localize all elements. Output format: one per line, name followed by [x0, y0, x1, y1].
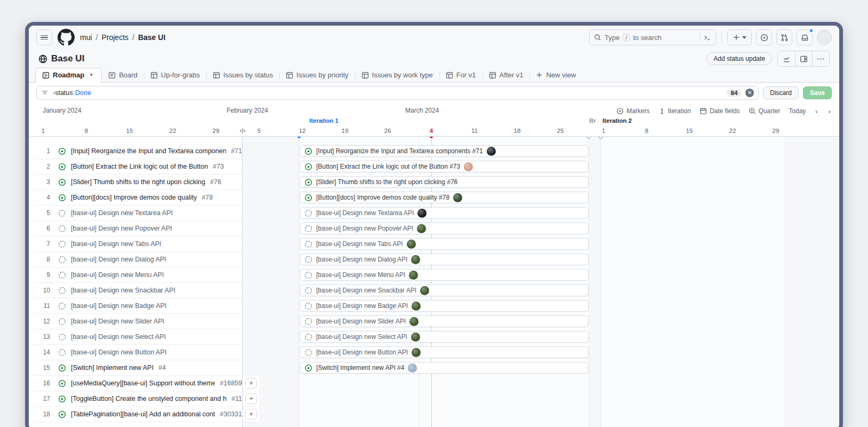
search-input[interactable]: Type / to search — [589, 29, 716, 45]
item-title[interactable]: [Switch] Implement new API — [71, 364, 154, 371]
table-row[interactable]: 2 [Button] Extract the Link logic out of… — [34, 159, 242, 175]
gantt-bar[interactable]: [base-ui] Design new Dialog API — [300, 254, 589, 265]
prev-page-chevron[interactable]: ‹ — [814, 107, 818, 115]
table-row[interactable]: 17 [ToggleButton] Create the unstyled co… — [34, 391, 242, 407]
window-frame: mui / Projects / Base UI Type / to searc… — [25, 22, 843, 427]
tab-roadmap[interactable]: Roadmap▼ — [35, 68, 102, 83]
table-row[interactable]: 16 [useMediaQuery][base-ui] Support with… — [34, 376, 242, 391]
gantt-bar[interactable]: [Slider] Thumb shifts to the right upon … — [300, 176, 589, 188]
item-title[interactable]: [base-ui] Design new Popover API — [71, 225, 172, 232]
gantt-bar[interactable]: [base-ui] Design new Button API — [300, 346, 589, 358]
item-title[interactable]: [base-ui] Design new Button API — [71, 349, 166, 356]
table-row[interactable]: 10 [base-ui] Design new Snackbar API — [34, 283, 242, 298]
table-row[interactable]: 8 [base-ui] Design new Dialog API — [34, 252, 242, 267]
tab-issues-by-priority[interactable]: Issues by priority — [279, 68, 355, 82]
issue-open-icon — [304, 364, 312, 372]
item-title[interactable]: [base-ui] Design new Badge API — [71, 302, 166, 310]
view-actions-group — [777, 51, 830, 67]
issue-open-icon — [58, 163, 66, 171]
table-row[interactable]: 1 [Input] Reorganize the Input and Texta… — [34, 144, 242, 159]
user-avatar[interactable] — [817, 30, 832, 45]
clear-filter-icon[interactable]: ✕ — [745, 89, 754, 97]
table-row[interactable]: 13 [base-ui] Design new Select API — [34, 329, 242, 345]
tab-up-for-grabs[interactable]: Up-for-grabs — [144, 68, 206, 82]
table-row[interactable]: 14 [base-ui] Design new Button API — [34, 345, 242, 360]
gantt-bar[interactable]: [base-ui] Design new Menu API — [300, 269, 589, 281]
table-row[interactable]: 9 [base-ui] Design new Menu API — [34, 267, 242, 283]
gantt-bar[interactable]: [base-ui] Design new Select API — [300, 331, 589, 343]
next-page-chevron[interactable]: › — [827, 107, 832, 115]
table-row[interactable]: 15 [Switch] Implement new API #4 — [34, 360, 242, 376]
new-view-tab[interactable]: New view — [529, 68, 582, 82]
command-palette-icon[interactable] — [703, 34, 711, 42]
filter-input[interactable]: -status:Done 84 ✕ — [36, 86, 759, 100]
filter-query-prefix: -status: — [53, 89, 75, 97]
issues-icon-button[interactable] — [756, 29, 772, 45]
add-status-update-button[interactable]: Add status update — [706, 52, 772, 65]
item-title[interactable]: [base-ui] Design new Select API — [71, 333, 166, 341]
gantt-bar[interactable]: [base-ui] Design new Snackbar API — [300, 284, 589, 296]
gantt-bar[interactable]: [Input] Reorganize the Input and Textare… — [300, 145, 589, 157]
inbox-icon-button[interactable] — [797, 29, 813, 45]
item-title[interactable]: [ToggleButton] Create the unstyled compo… — [71, 395, 227, 402]
gantt-bar[interactable]: [base-ui] Design new Tabs API — [300, 238, 589, 250]
breadcrumb-project[interactable]: Base UI — [138, 33, 165, 42]
add-date-button[interactable]: + — [245, 378, 257, 389]
control-iteration[interactable]: Iteration — [658, 107, 691, 115]
insights-chart-icon[interactable] — [778, 51, 795, 66]
control-date-fields[interactable]: Date fields — [700, 107, 740, 115]
pull-requests-icon-button[interactable] — [776, 29, 792, 45]
table-row[interactable]: 11 [base-ui] Design new Badge API — [34, 298, 242, 314]
table-row[interactable]: 7 [base-ui] Design new Tabs API — [34, 236, 242, 252]
control-today[interactable]: Today — [789, 107, 806, 115]
tab-for-v1[interactable]: For v1 — [439, 68, 483, 82]
item-title[interactable]: [TablePagination][base-ui] Add an additi… — [71, 410, 215, 418]
table-row[interactable]: 12 [base-ui] Design new Slider API — [34, 314, 242, 329]
table-icon — [489, 72, 496, 79]
item-title[interactable]: [Slider] Thumb shifts to the right upon … — [71, 178, 205, 186]
breadcrumb-section[interactable]: Projects — [101, 33, 128, 42]
side-panel-icon[interactable] — [795, 51, 812, 66]
add-date-button[interactable]: + — [245, 409, 257, 420]
item-title[interactable]: [Button] Extract the Link logic out of t… — [71, 163, 208, 170]
item-title[interactable]: [base-ui] Design new Dialog API — [71, 256, 166, 263]
item-title[interactable]: [Input] Reorganize the Input and Textare… — [71, 147, 226, 155]
breadcrumb-org[interactable]: mui — [80, 33, 92, 42]
item-title[interactable]: [base-ui] Design new Slider API — [71, 318, 164, 325]
discard-button[interactable]: Discard — [763, 86, 799, 99]
tab-options-caret-icon[interactable]: ▼ — [87, 72, 95, 78]
item-title[interactable]: [base-ui] Design new Tabs API — [71, 240, 161, 248]
gantt-bar[interactable]: [base-ui] Design new Popover API — [300, 223, 589, 234]
tab-after-v1[interactable]: After v1 — [483, 68, 530, 82]
control-markers[interactable]: Markers — [616, 107, 649, 115]
save-button[interactable]: Save — [803, 86, 832, 99]
github-logo-icon[interactable] — [58, 29, 75, 46]
add-date-button[interactable]: + — [245, 393, 257, 404]
gantt-bar[interactable]: [base-ui] Design new Slider API — [300, 315, 589, 327]
gantt-bar[interactable]: [base-ui] Design new Badge API — [300, 300, 589, 312]
gantt-bar[interactable]: [base-ui] Design new Textarea API — [300, 207, 589, 219]
gantt-bar[interactable]: [Switch] Implement new API #4 — [300, 362, 589, 374]
item-title[interactable]: [base-ui] Design new Textarea API — [71, 209, 173, 217]
header-divider — [721, 32, 722, 43]
table-row[interactable]: 6 [base-ui] Design new Popover API — [34, 221, 242, 236]
table-row[interactable]: 3 [Slider] Thumb shifts to the right upo… — [34, 175, 242, 190]
tab-issues-by-work-type[interactable]: Issues by work type — [355, 68, 439, 82]
gantt-bar[interactable]: [Button] Extract the Link logic out of t… — [300, 161, 589, 172]
tab-board[interactable]: Board — [102, 68, 144, 82]
item-title[interactable]: [useMediaQuery][base-ui] Support without… — [71, 379, 215, 387]
table-row[interactable]: 18 [TablePagination][base-ui] Add an add… — [34, 407, 242, 422]
item-title[interactable]: [base-ui] Design new Snackbar API — [71, 287, 175, 294]
gantt-bar[interactable]: [Button][docs] Improve demos code qualit… — [300, 192, 589, 203]
tab-issues-by-status[interactable]: Issues by status — [206, 68, 279, 82]
table-row[interactable]: 5 [base-ui] Design new Textarea API — [34, 205, 242, 221]
kebab-menu-icon[interactable] — [812, 51, 829, 66]
create-new-button[interactable] — [727, 29, 752, 45]
hamburger-menu-button[interactable] — [36, 29, 52, 45]
control-quarter[interactable]: Quarter — [749, 107, 781, 115]
item-title[interactable]: [base-ui] Design new Menu API — [71, 271, 164, 279]
column-resize-handle[interactable] — [239, 127, 246, 135]
item-title[interactable]: [Button][docs] Improve demos code qualit… — [71, 194, 197, 201]
table-row[interactable]: 4 [Button][docs] Improve demos code qual… — [34, 190, 242, 205]
assignee-avatar — [412, 348, 421, 357]
